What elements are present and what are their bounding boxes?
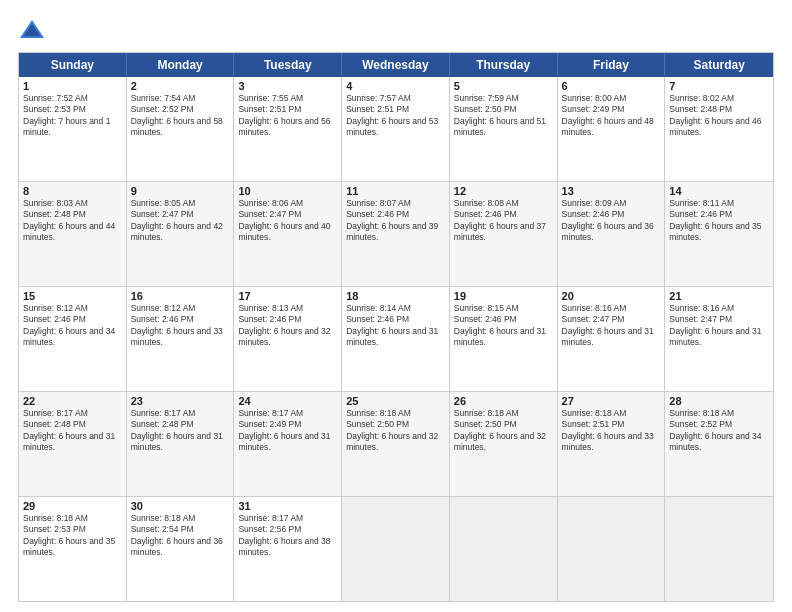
day-cell-1: 1Sunrise: 7:52 AMSunset: 2:53 PMDaylight…: [19, 77, 127, 181]
cell-info: Sunrise: 8:14 AMSunset: 2:46 PMDaylight:…: [346, 303, 445, 349]
header-thursday: Thursday: [450, 53, 558, 77]
cell-info: Sunrise: 8:08 AMSunset: 2:46 PMDaylight:…: [454, 198, 553, 244]
day-number: 16: [131, 290, 230, 302]
day-number: 2: [131, 80, 230, 92]
day-number: 15: [23, 290, 122, 302]
cell-info: Sunrise: 8:02 AMSunset: 2:48 PMDaylight:…: [669, 93, 769, 139]
cell-info: Sunrise: 8:15 AMSunset: 2:46 PMDaylight:…: [454, 303, 553, 349]
week-row-4: 22Sunrise: 8:17 AMSunset: 2:48 PMDayligh…: [19, 392, 773, 497]
day-cell-15: 15Sunrise: 8:12 AMSunset: 2:46 PMDayligh…: [19, 287, 127, 391]
day-number: 7: [669, 80, 769, 92]
cell-info: Sunrise: 8:12 AMSunset: 2:46 PMDaylight:…: [23, 303, 122, 349]
day-number: 4: [346, 80, 445, 92]
day-cell-25: 25Sunrise: 8:18 AMSunset: 2:50 PMDayligh…: [342, 392, 450, 496]
day-cell-6: 6Sunrise: 8:00 AMSunset: 2:49 PMDaylight…: [558, 77, 666, 181]
day-cell-3: 3Sunrise: 7:55 AMSunset: 2:51 PMDaylight…: [234, 77, 342, 181]
day-number: 12: [454, 185, 553, 197]
cell-info: Sunrise: 8:18 AMSunset: 2:50 PMDaylight:…: [346, 408, 445, 454]
day-cell-19: 19Sunrise: 8:15 AMSunset: 2:46 PMDayligh…: [450, 287, 558, 391]
day-number: 5: [454, 80, 553, 92]
day-number: 1: [23, 80, 122, 92]
calendar-body: 1Sunrise: 7:52 AMSunset: 2:53 PMDaylight…: [19, 77, 773, 601]
day-cell-18: 18Sunrise: 8:14 AMSunset: 2:46 PMDayligh…: [342, 287, 450, 391]
header-tuesday: Tuesday: [234, 53, 342, 77]
cell-info: Sunrise: 7:57 AMSunset: 2:51 PMDaylight:…: [346, 93, 445, 139]
day-number: 22: [23, 395, 122, 407]
cell-info: Sunrise: 8:17 AMSunset: 2:49 PMDaylight:…: [238, 408, 337, 454]
day-number: 6: [562, 80, 661, 92]
cell-info: Sunrise: 8:07 AMSunset: 2:46 PMDaylight:…: [346, 198, 445, 244]
cell-info: Sunrise: 8:06 AMSunset: 2:47 PMDaylight:…: [238, 198, 337, 244]
week-row-5: 29Sunrise: 8:18 AMSunset: 2:53 PMDayligh…: [19, 497, 773, 601]
cell-info: Sunrise: 8:16 AMSunset: 2:47 PMDaylight:…: [669, 303, 769, 349]
day-cell-16: 16Sunrise: 8:12 AMSunset: 2:46 PMDayligh…: [127, 287, 235, 391]
day-cell-22: 22Sunrise: 8:17 AMSunset: 2:48 PMDayligh…: [19, 392, 127, 496]
header-friday: Friday: [558, 53, 666, 77]
calendar-header: Sunday Monday Tuesday Wednesday Thursday…: [19, 53, 773, 77]
empty-cell: [342, 497, 450, 601]
day-cell-5: 5Sunrise: 7:59 AMSunset: 2:50 PMDaylight…: [450, 77, 558, 181]
day-cell-17: 17Sunrise: 8:13 AMSunset: 2:46 PMDayligh…: [234, 287, 342, 391]
day-number: 18: [346, 290, 445, 302]
day-cell-21: 21Sunrise: 8:16 AMSunset: 2:47 PMDayligh…: [665, 287, 773, 391]
cell-info: Sunrise: 8:16 AMSunset: 2:47 PMDaylight:…: [562, 303, 661, 349]
day-number: 17: [238, 290, 337, 302]
day-cell-23: 23Sunrise: 8:17 AMSunset: 2:48 PMDayligh…: [127, 392, 235, 496]
day-cell-9: 9Sunrise: 8:05 AMSunset: 2:47 PMDaylight…: [127, 182, 235, 286]
header-monday: Monday: [127, 53, 235, 77]
day-number: 10: [238, 185, 337, 197]
day-number: 23: [131, 395, 230, 407]
cell-info: Sunrise: 8:12 AMSunset: 2:46 PMDaylight:…: [131, 303, 230, 349]
logo-icon: [18, 18, 46, 42]
day-cell-8: 8Sunrise: 8:03 AMSunset: 2:48 PMDaylight…: [19, 182, 127, 286]
day-number: 29: [23, 500, 122, 512]
day-cell-7: 7Sunrise: 8:02 AMSunset: 2:48 PMDaylight…: [665, 77, 773, 181]
cell-info: Sunrise: 7:54 AMSunset: 2:52 PMDaylight:…: [131, 93, 230, 139]
day-number: 25: [346, 395, 445, 407]
day-cell-20: 20Sunrise: 8:16 AMSunset: 2:47 PMDayligh…: [558, 287, 666, 391]
cell-info: Sunrise: 8:00 AMSunset: 2:49 PMDaylight:…: [562, 93, 661, 139]
empty-cell: [665, 497, 773, 601]
cell-info: Sunrise: 8:17 AMSunset: 2:56 PMDaylight:…: [238, 513, 337, 559]
cell-info: Sunrise: 8:18 AMSunset: 2:50 PMDaylight:…: [454, 408, 553, 454]
cell-info: Sunrise: 8:18 AMSunset: 2:54 PMDaylight:…: [131, 513, 230, 559]
page-header: [18, 18, 774, 42]
day-number: 27: [562, 395, 661, 407]
day-number: 11: [346, 185, 445, 197]
day-number: 31: [238, 500, 337, 512]
logo: [18, 18, 50, 42]
day-cell-10: 10Sunrise: 8:06 AMSunset: 2:47 PMDayligh…: [234, 182, 342, 286]
day-number: 8: [23, 185, 122, 197]
day-cell-13: 13Sunrise: 8:09 AMSunset: 2:46 PMDayligh…: [558, 182, 666, 286]
calendar: Sunday Monday Tuesday Wednesday Thursday…: [18, 52, 774, 602]
day-number: 19: [454, 290, 553, 302]
day-number: 24: [238, 395, 337, 407]
day-number: 30: [131, 500, 230, 512]
cell-info: Sunrise: 7:59 AMSunset: 2:50 PMDaylight:…: [454, 93, 553, 139]
empty-cell: [450, 497, 558, 601]
day-cell-27: 27Sunrise: 8:18 AMSunset: 2:51 PMDayligh…: [558, 392, 666, 496]
day-cell-14: 14Sunrise: 8:11 AMSunset: 2:46 PMDayligh…: [665, 182, 773, 286]
cell-info: Sunrise: 8:17 AMSunset: 2:48 PMDaylight:…: [131, 408, 230, 454]
header-wednesday: Wednesday: [342, 53, 450, 77]
day-cell-12: 12Sunrise: 8:08 AMSunset: 2:46 PMDayligh…: [450, 182, 558, 286]
cell-info: Sunrise: 8:18 AMSunset: 2:51 PMDaylight:…: [562, 408, 661, 454]
day-number: 26: [454, 395, 553, 407]
empty-cell: [558, 497, 666, 601]
week-row-2: 8Sunrise: 8:03 AMSunset: 2:48 PMDaylight…: [19, 182, 773, 287]
cell-info: Sunrise: 8:03 AMSunset: 2:48 PMDaylight:…: [23, 198, 122, 244]
day-number: 21: [669, 290, 769, 302]
cell-info: Sunrise: 8:18 AMSunset: 2:53 PMDaylight:…: [23, 513, 122, 559]
day-cell-4: 4Sunrise: 7:57 AMSunset: 2:51 PMDaylight…: [342, 77, 450, 181]
day-cell-31: 31Sunrise: 8:17 AMSunset: 2:56 PMDayligh…: [234, 497, 342, 601]
day-cell-30: 30Sunrise: 8:18 AMSunset: 2:54 PMDayligh…: [127, 497, 235, 601]
header-sunday: Sunday: [19, 53, 127, 77]
day-number: 20: [562, 290, 661, 302]
cell-info: Sunrise: 8:05 AMSunset: 2:47 PMDaylight:…: [131, 198, 230, 244]
cell-info: Sunrise: 8:09 AMSunset: 2:46 PMDaylight:…: [562, 198, 661, 244]
day-cell-28: 28Sunrise: 8:18 AMSunset: 2:52 PMDayligh…: [665, 392, 773, 496]
cell-info: Sunrise: 8:11 AMSunset: 2:46 PMDaylight:…: [669, 198, 769, 244]
day-cell-24: 24Sunrise: 8:17 AMSunset: 2:49 PMDayligh…: [234, 392, 342, 496]
day-number: 14: [669, 185, 769, 197]
day-cell-11: 11Sunrise: 8:07 AMSunset: 2:46 PMDayligh…: [342, 182, 450, 286]
